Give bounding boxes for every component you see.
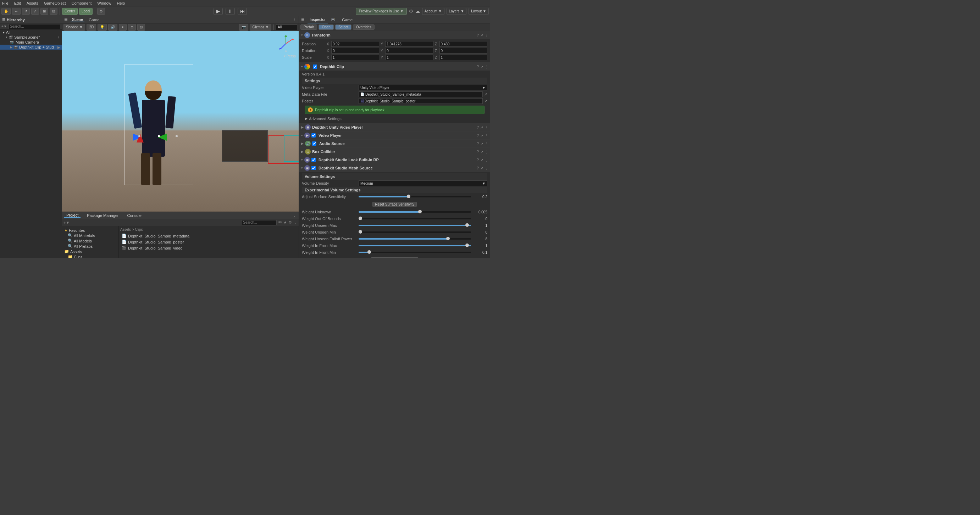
wum-thumb[interactable] (465, 223, 469, 227)
dk-more[interactable]: ⋮ (485, 65, 488, 69)
pos-z-input[interactable] (439, 41, 487, 47)
wf-thumb[interactable] (446, 237, 450, 240)
tool-scale[interactable]: ⤢ (31, 8, 39, 15)
surface-sensitivity-slider[interactable]: 0.2 (359, 195, 487, 199)
project-gear-btn[interactable]: ⚙ (288, 220, 292, 225)
scene-options-btn[interactable]: ⋮ (293, 17, 296, 22)
transform-q1[interactable]: ? (477, 33, 479, 37)
oob-thumb[interactable] (359, 217, 362, 220)
hierarchy-depthkit[interactable]: ▶ 🎬 Depthkit Clip + Stud ▶ (0, 45, 62, 50)
volume-density-dropdown[interactable]: Medium ▼ (359, 181, 487, 186)
as-q2[interactable]: ↗ (480, 142, 483, 146)
wfm-thumb[interactable] (465, 244, 469, 247)
scene-search[interactable] (276, 24, 297, 30)
shading-dropdown[interactable]: Shaded ▼ (64, 24, 85, 31)
overrides-btn[interactable]: Overrides (353, 24, 375, 30)
scale-x-input[interactable] (331, 55, 379, 60)
video-player-header[interactable]: ▾ ▶ Video Player ? ↗ ⋮ (299, 132, 490, 139)
transform-q2[interactable]: ↗ (480, 33, 483, 37)
dkl-more[interactable]: ⋮ (485, 158, 488, 162)
scale-z-input[interactable] (439, 55, 487, 60)
poster-link-icon[interactable]: ↗ (484, 99, 487, 103)
dk-enabled-checkbox[interactable] (313, 65, 317, 69)
project-tab[interactable]: Project (64, 213, 81, 218)
menu-gameobject[interactable]: GameObject (43, 1, 67, 5)
transform-header[interactable]: ▾ ⊕ Transform ? ↗ ⋮ (299, 31, 490, 39)
asset-poster[interactable]: 📄 Depthkit_Studio_Sample_poster (120, 239, 297, 245)
vp-q2[interactable]: ↗ (480, 134, 483, 138)
layers-dropdown[interactable]: Layers ▼ (447, 8, 467, 15)
audio-toggle[interactable]: 🔊 (108, 24, 118, 31)
select-btn[interactable]: Select (335, 24, 352, 30)
poster-file[interactable]: 🖼 Depthkit_Studio_Sample_poster (359, 98, 483, 104)
scene-extra2[interactable]: ⊡ (137, 24, 145, 31)
menu-assets[interactable]: Assets (26, 1, 39, 5)
vp-enabled[interactable] (312, 133, 316, 138)
hierarchy-samplescene[interactable]: ▾ 🎬 SampleScene* ⋮ (0, 35, 62, 40)
dk-look-header[interactable]: ▾ ▣ Depthkit Studio Look Built-in RP ? ↗… (299, 156, 490, 164)
menu-component[interactable]: Component (71, 1, 92, 5)
dkl-q2[interactable]: ↗ (480, 158, 483, 162)
bc-q[interactable]: ? (477, 150, 479, 154)
depthkit-clip-header[interactable]: ▾ Depthkit Clip ? ↗ ⋮ (299, 63, 490, 71)
tool-rect[interactable]: ⊞ (40, 8, 48, 15)
vp-q[interactable]: ? (477, 134, 479, 138)
center-toggle[interactable]: Center (62, 8, 78, 15)
menu-edit[interactable]: Edit (13, 1, 22, 5)
dkl-enabled[interactable] (312, 158, 316, 162)
open-btn[interactable]: Open (318, 24, 333, 30)
2d-toggle[interactable]: 2D (86, 24, 96, 31)
scene-tab[interactable]: Scene (71, 17, 84, 22)
box-collider-header[interactable]: ▶ ⊡ Box Collider ? ↗ ⋮ (299, 148, 490, 155)
play-button[interactable]: ▶ (213, 8, 223, 15)
wu-thumb[interactable] (418, 210, 422, 213)
dkl-q[interactable]: ? (477, 158, 479, 162)
scene-gizmos-widget[interactable]: ⊙ (276, 34, 296, 54)
weight-front-max-slider[interactable]: 1 (359, 244, 487, 248)
rot-z-input[interactable] (439, 48, 487, 54)
all-prefabs-item[interactable]: 🔍 All Prefabs (64, 244, 117, 249)
dk-video-player-header[interactable]: ▶ ▣ Depthkit Unity Video Player ? ↗ ⋮ (299, 124, 490, 131)
dkvp-q2[interactable]: ↗ (480, 125, 483, 129)
layout-dropdown[interactable]: Layout ▼ (469, 8, 489, 15)
console-tab[interactable]: Console (125, 213, 144, 218)
dk-q2[interactable]: ↗ (480, 65, 483, 69)
preview-packages-button[interactable]: Preview Packages in Use ▼ (356, 8, 407, 15)
advanced-settings-toggle[interactable]: ▶ Advanced Settings (302, 116, 487, 122)
favorites-item[interactable]: ★ Favorites (64, 228, 117, 233)
weight-oob-slider[interactable]: 0 (359, 217, 487, 221)
tool-hand[interactable]: ✋ (2, 8, 11, 15)
project-add-btn[interactable]: +▼ (64, 220, 70, 225)
project-eye-btn[interactable]: 👁 (278, 220, 282, 225)
dkm-q[interactable]: ? (477, 166, 479, 170)
project-options[interactable]: ⋮ (293, 213, 296, 218)
weight-unknown-slider[interactable]: 0.005 (359, 210, 487, 214)
scale-y-input[interactable] (385, 55, 433, 60)
all-models-item[interactable]: 🔍 All Models (64, 238, 117, 244)
scene-extra1[interactable]: ⊙ (128, 24, 136, 31)
menu-file[interactable]: File (2, 1, 9, 5)
tool-transform[interactable]: ⊡ (50, 8, 57, 15)
depthkit-options[interactable]: ▶ (57, 45, 60, 49)
pos-y-input[interactable] (385, 41, 433, 47)
bc-q2[interactable]: ↗ (480, 150, 483, 154)
reset-surface-btn[interactable]: Reset Surface Sensitivity (372, 202, 417, 207)
game-tab[interactable]: Game (340, 16, 355, 24)
tool-extra[interactable]: ⊙ (97, 8, 105, 15)
transform-more[interactable]: ⋮ (485, 33, 488, 37)
step-button[interactable]: ⏭ (238, 8, 247, 15)
project-more-btn[interactable]: ⋮ (293, 220, 297, 225)
bc-more[interactable]: ⋮ (485, 150, 488, 154)
load-front-biased-btn[interactable]: Load Front Biased Defaults (371, 257, 418, 258)
as-enabled[interactable] (312, 141, 317, 146)
hierarchy-all[interactable]: ▾ All (0, 30, 62, 35)
weight-unseen-max-slider[interactable]: 1 (359, 223, 487, 228)
tool-move[interactable]: ↔ (12, 8, 21, 15)
hierarchy-add[interactable]: +▼ (2, 24, 7, 29)
menu-help[interactable]: Help (116, 1, 126, 5)
menu-window[interactable]: Window (97, 1, 112, 5)
game-tab[interactable]: Game (87, 18, 101, 22)
all-materials-item[interactable]: 🔍 All Materials (64, 233, 117, 238)
wumin-thumb[interactable] (359, 230, 362, 234)
video-player-dropdown[interactable]: Unity Video Player ▼ (359, 85, 487, 90)
